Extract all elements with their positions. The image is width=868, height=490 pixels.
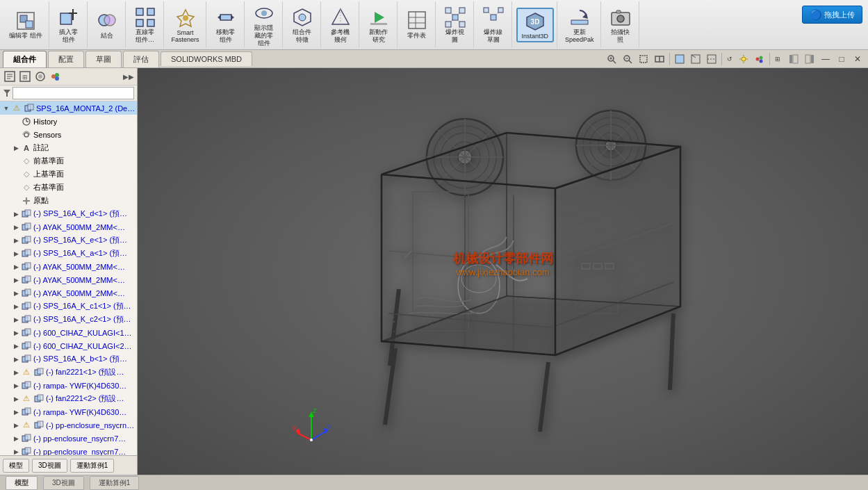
tree-icon-warning-part17: ⚠ <box>21 420 32 431</box>
tree-item-part19[interactable]: ▶ (-) pp-enclosure_nsycrn7… <box>0 445 137 455</box>
viewport[interactable]: Z Y X 机械设计零部件网 <box>138 68 868 475</box>
linear-icon <box>134 6 156 28</box>
insert-component-button[interactable]: 插入零组件 <box>54 4 84 46</box>
part16-label: (-) rampa- YWF(K)4D630… <box>33 408 126 416</box>
view-appearances[interactable] <box>752 52 767 66</box>
move-component-button[interactable]: 移動零组件 <box>211 4 241 46</box>
svg-rect-133 <box>25 434 31 440</box>
tree-item-part5[interactable]: ▶ (-) AYAK_500MM_2MM<… <box>0 260 137 273</box>
tree-item-part16[interactable]: ▶ (-) rampa- YWF(K)4D630… <box>0 405 137 418</box>
panels-toggle-2[interactable] <box>802 52 817 66</box>
tree-item-part2[interactable]: ▶ (-) AYAK_500MM_2MM<… <box>0 220 137 234</box>
new-motion-button[interactable]: 新動作研究 <box>363 4 394 46</box>
panel-restore[interactable]: □ <box>834 52 849 66</box>
tree-item-part14[interactable]: ▶ (-) rampa- YWF(K)4D630… <box>0 379 137 392</box>
filter-input[interactable] <box>13 87 134 99</box>
tree-item-part1[interactable]: ▶ (-) SPS_16A_K_d<1> (預… <box>0 207 137 220</box>
tab-drawing[interactable]: 草圖 <box>85 51 122 67</box>
tree-item-part12[interactable]: ▶ (-) SPS_16A_K_b<1> (預… <box>0 352 137 366</box>
bottom-tab-model[interactable]: 模型 <box>3 459 29 473</box>
status-tab-3d[interactable]: 3D視圖 <box>43 476 84 490</box>
panel-appearance-btn[interactable] <box>49 70 63 83</box>
reference-geometry-button[interactable]: 參考機幾何 <box>325 4 356 46</box>
explode-line-button[interactable]: 爆炸線草圖 <box>478 4 509 46</box>
smart-fasteners-button[interactable]: SmartFasteners <box>168 5 203 45</box>
tree-icon-part4 <box>21 248 32 259</box>
svg-rect-119 <box>25 342 31 348</box>
tree-item-top-plane[interactable]: ◇ 上基準面 <box>0 168 137 181</box>
update-speedpak-button[interactable]: 更新SpeedPak <box>562 4 598 46</box>
upload-button[interactable]: 🔵 拖拽上传 <box>802 6 862 24</box>
tree-item-part4[interactable]: ▶ (-) SPS_16A_K_a<1> (預… <box>0 247 137 260</box>
tree-item-sensors[interactable]: Sensors <box>0 128 137 141</box>
tree-expand-part1[interactable]: ▶ <box>11 209 21 219</box>
edit-component-button[interactable]: 编辑零 组件 <box>6 8 46 42</box>
view-shaded[interactable] <box>672 52 687 66</box>
capture-snapshot-button[interactable]: 拍攝快照 <box>605 4 636 46</box>
tab-evaluate[interactable]: 評估 <box>123 51 159 67</box>
tree-item-part11[interactable]: ▶ (-) 600_CIHAZ_KULAGI<2… <box>0 339 137 352</box>
bottom-tab-motion[interactable]: 運動算例1 <box>70 459 115 473</box>
status-tab-model[interactable]: 模型 <box>6 476 38 490</box>
tree-icon-part9 <box>21 314 32 325</box>
tree-item-part18[interactable]: ▶ (-) pp-enclosure_nsycrn7… <box>0 432 137 445</box>
viewport-background: Z Y X 机械设计零部件网 <box>138 68 868 475</box>
tab-solidworks-mbd[interactable]: SOLIDWORKS MBD <box>161 51 252 66</box>
part9-label: (-) SPS_16A_K_c2<1> (預… <box>33 314 131 325</box>
bom-button[interactable]: 零件表 <box>402 7 432 42</box>
view-zoom-area[interactable] <box>636 52 651 66</box>
view-wireframe[interactable] <box>688 52 703 66</box>
tree-expand-annotations[interactable]: ▶ <box>11 143 21 153</box>
tab-config[interactable]: 配置 <box>48 51 84 67</box>
tree-item-part9[interactable]: ▶ (-) SPS_16A_K_c2<1> (預… <box>0 313 137 326</box>
tree-item-part7[interactable]: ▶ (-) AYAK_500MM_2MM<… <box>0 286 137 300</box>
tree-icon-part12 <box>21 354 32 365</box>
tree-item-front-plane[interactable]: ◇ 前基準面 <box>0 154 137 168</box>
tree-item-part3[interactable]: ▶ (-) SPS_16A_K_e<1> (預… <box>0 234 137 247</box>
toolbar-group-motion: 新動作研究 <box>361 1 398 48</box>
tree-item-part15[interactable]: ▶ ⚠ (-) fan2221<2> (預設… <box>0 392 137 405</box>
panel-close[interactable]: ✕ <box>850 52 865 66</box>
new-motion-label: 新動作研究 <box>369 28 388 44</box>
panel-config-btn[interactable]: ⊞ <box>18 70 32 83</box>
panels-toggle-1[interactable] <box>786 52 801 66</box>
linear-component-button[interactable]: 直線零组件… <box>130 4 161 46</box>
panel-maximize[interactable]: — <box>818 52 833 66</box>
show-hide-button[interactable]: 顯示隱藏的零组件 <box>249 0 279 49</box>
panel-property-btn[interactable] <box>3 70 17 83</box>
part1-label: (-) SPS_16A_K_d<1> (預… <box>33 209 127 219</box>
tab-assembly[interactable]: 組合件 <box>3 51 47 67</box>
tree-item-part8[interactable]: ▶ (-) SPS_16A_K_c1<1> (預… <box>0 300 137 313</box>
tree-item-history[interactable]: History <box>0 115 137 128</box>
view-lights[interactable] <box>736 52 751 66</box>
view-section[interactable] <box>652 52 667 66</box>
new-motion-icon <box>368 6 390 28</box>
view-more[interactable]: ⊞ <box>772 52 783 66</box>
tree-icon-part3 <box>21 235 32 246</box>
instant3d-button[interactable]: 3D Instant3D <box>516 8 555 42</box>
svg-rect-46 <box>571 20 588 24</box>
tree-expand-root[interactable]: ▼ <box>1 104 11 113</box>
assembly-feature-button[interactable]: 组合件特徵 <box>287 4 318 46</box>
explode-view-button[interactable]: 爆炸視圖 <box>440 4 470 46</box>
tree-item-right-plane[interactable]: ◇ 右基準面 <box>0 181 137 194</box>
panel-scene-btn[interactable] <box>33 70 47 83</box>
view-perspective[interactable]: ↺ <box>724 52 735 66</box>
view-zoom-fit[interactable] <box>604 52 619 66</box>
tree-item-part13[interactable]: ▶ ⚠ (-) fan2221<1> (預設… <box>0 366 137 379</box>
tree-item-part17[interactable]: ▶ ⚠ (-) pp-enclosure_nsycrn7… <box>0 418 137 432</box>
status-tab-motion[interactable]: 運動算例1 <box>90 476 140 490</box>
tree-item-annotations[interactable]: ▶ A 註記 <box>0 141 137 154</box>
bottom-tab-3d[interactable]: 3D視圖 <box>32 459 67 473</box>
tree-item-origin[interactable]: 原點 <box>0 194 137 207</box>
tree-item-part6[interactable]: ▶ (-) AYAK_500MM_2MM<… <box>0 273 137 286</box>
view-hidden-lines[interactable] <box>704 52 719 66</box>
toolbar-group-move: 移動零组件 <box>208 1 245 48</box>
tree-item-part10[interactable]: ▶ (-) 600_CIHAZ_KULAGI<1… <box>0 326 137 339</box>
panel-collapse-btn[interactable]: ▶▶ <box>123 71 134 82</box>
view-zoom-out[interactable] <box>620 52 635 66</box>
tree-item-root[interactable]: ▼ ⚠ SPS_16A_MONTAJ_2 (De… <box>0 101 137 115</box>
tree-expand-origin <box>11 196 21 206</box>
svg-line-192 <box>297 433 311 440</box>
mate-button[interactable]: 結合 <box>92 7 122 42</box>
